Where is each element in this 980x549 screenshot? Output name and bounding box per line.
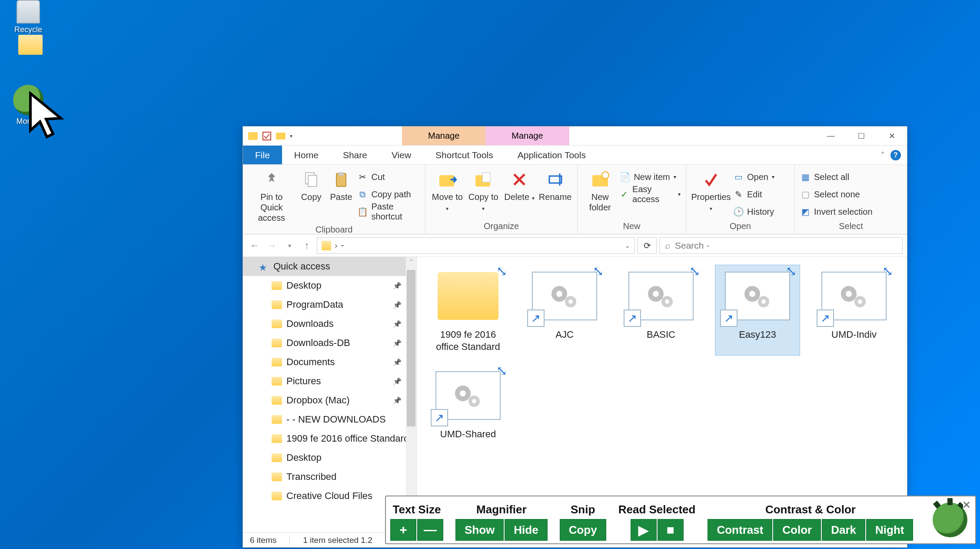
titlebar[interactable]: ▾ Manage Manage — ☐ ✕	[243, 126, 907, 146]
file-item[interactable]: ⤡↗UMD-Shared	[425, 364, 511, 443]
open-button[interactable]: ▭Open ▾	[733, 170, 774, 184]
file-label: AJC	[555, 329, 574, 341]
forward-button[interactable]: →	[265, 238, 279, 253]
paste-shortcut-button[interactable]: 📋Paste shortcut	[357, 205, 420, 219]
scrollbar-thumb[interactable]	[407, 270, 415, 426]
svg-point-24	[749, 291, 755, 297]
folder-icon	[272, 453, 282, 462]
folder-icon	[272, 358, 282, 366]
help-button[interactable]: ?	[890, 150, 901, 160]
desktop-folder-shortcut[interactable]	[17, 35, 43, 57]
qat-properties-icon[interactable]	[262, 131, 272, 141]
delete-icon	[510, 170, 529, 189]
pin-to-quick-access-button[interactable]: Pin to Quick access	[248, 167, 295, 223]
cut-button[interactable]: ✂Cut	[357, 170, 420, 184]
svg-rect-35	[947, 498, 953, 505]
color-button[interactable]: Color	[773, 519, 821, 541]
back-button[interactable]: ←	[247, 238, 262, 253]
search-box[interactable]: ⌕ Search -	[659, 237, 903, 254]
new-folder-button[interactable]: New folder	[583, 167, 617, 213]
read-stop-button[interactable]: ■	[658, 519, 684, 541]
collapse-ribbon-icon[interactable]: ˄	[881, 151, 884, 159]
dark-button[interactable]: Dark	[822, 519, 865, 541]
rename-button[interactable]: Rename	[538, 167, 572, 202]
tab-share[interactable]: Share	[331, 146, 379, 164]
search-placeholder: Search -	[675, 240, 709, 251]
select-all-button[interactable]: ▦Select all	[800, 170, 873, 184]
move-to-button[interactable]: Move to	[431, 167, 464, 213]
select-none-button[interactable]: ▢Select none	[800, 187, 873, 201]
navpane-quick-access[interactable]: ★ Quick access	[243, 257, 416, 276]
text-size-increase-button[interactable]: +	[390, 519, 416, 541]
magnifier-show-button[interactable]: Show	[455, 519, 504, 541]
navpane-item[interactable]: Desktop	[243, 276, 416, 295]
navpane-item[interactable]: 1909 fe 2016 office Standard	[243, 429, 416, 448]
navpane-item[interactable]: Pictures	[243, 372, 416, 391]
qat-dropdown-icon[interactable]: ▾	[290, 133, 292, 139]
context-tab-app-manage[interactable]: Manage	[485, 126, 569, 145]
file-item[interactable]: ⤡↗Easy123	[715, 265, 800, 356]
navpane-item[interactable]: Documents	[243, 353, 416, 372]
delete-button[interactable]: Delete	[503, 167, 536, 202]
copy-to-button[interactable]: Copy to	[467, 167, 500, 213]
text-size-decrease-button[interactable]: —	[417, 519, 443, 541]
tab-application-tools[interactable]: Application Tools	[505, 146, 598, 164]
history-button[interactable]: 🕑History	[733, 205, 774, 219]
properties-button[interactable]: Properties	[691, 167, 731, 213]
read-play-button[interactable]: ▶	[631, 519, 657, 541]
navpane-item[interactable]: Downloads	[243, 314, 416, 333]
easy-access-button[interactable]: ✓Easy access ▾	[620, 187, 681, 201]
desktop-morphic-shortcut[interactable]: Morphi	[9, 85, 48, 126]
file-menu[interactable]: File	[243, 146, 282, 164]
qat-folder-icon[interactable]	[276, 131, 286, 141]
file-item[interactable]: ⤡↗UMD-Indiv	[811, 265, 897, 356]
night-button[interactable]: Night	[866, 519, 913, 541]
navpane-item[interactable]: Desktop	[243, 448, 416, 467]
svg-rect-3	[276, 133, 286, 140]
maximize-button[interactable]: ☐	[846, 126, 877, 145]
scroll-up-icon[interactable]: ˄	[406, 257, 416, 267]
file-label: BASIC	[647, 329, 675, 341]
context-tab-shortcut-manage[interactable]: Manage	[402, 126, 485, 145]
edit-button[interactable]: ✎Edit	[733, 187, 774, 201]
navpane-item[interactable]: Downloads-DB	[243, 333, 416, 353]
chevron-down-icon	[532, 192, 535, 202]
file-item[interactable]: ⤡↗AJC	[522, 265, 607, 356]
breadcrumb[interactable]: -	[341, 240, 344, 250]
navpane-item[interactable]: Dropbox (Mac)	[243, 391, 416, 410]
recent-locations-button[interactable]: ▾	[282, 238, 297, 253]
address-bar[interactable]: › - ⌄	[317, 237, 635, 254]
file-item[interactable]: ⤡↗BASIC	[618, 265, 704, 356]
navigation-pane[interactable]: ★ Quick access DesktopProgramDataDownloa…	[243, 257, 417, 532]
file-list[interactable]: ⤡1909 fe 2016 office Standard⤡↗AJC⤡↗BASI…	[417, 257, 907, 532]
copy-button[interactable]: Copy	[298, 167, 325, 202]
address-dropdown-icon[interactable]: ⌄	[625, 242, 630, 249]
invert-selection-button[interactable]: ◩Invert selection	[800, 205, 873, 219]
navpane-item[interactable]: Transcribed	[243, 467, 416, 486]
shortcut-thumb: ⤡↗	[819, 268, 889, 324]
tab-view[interactable]: View	[379, 146, 423, 164]
refresh-button[interactable]: ⟳	[638, 237, 657, 254]
snip-copy-button[interactable]: Copy	[560, 519, 606, 541]
minimize-button[interactable]: —	[816, 126, 846, 145]
file-item[interactable]: ⤡1909 fe 2016 office Standard	[425, 265, 511, 356]
file-label: Easy123	[739, 329, 776, 341]
copy-to-icon	[474, 170, 493, 189]
new-item-button[interactable]: 📄New item ▾	[620, 170, 681, 184]
morphic-toolbar[interactable]: ✕ Text Size + — Magnifier Show Hide Snip…	[385, 496, 976, 544]
tab-home[interactable]: Home	[282, 146, 331, 164]
navpane-item[interactable]: - - NEW DOWNLOADS	[243, 410, 416, 429]
navpane-scrollbar[interactable]: ˄ ˅	[406, 257, 416, 532]
up-button[interactable]: ↑	[299, 238, 314, 253]
tab-shortcut-tools[interactable]: Shortcut Tools	[423, 146, 505, 164]
magnifier-hide-button[interactable]: Hide	[505, 519, 547, 541]
contrast-button[interactable]: Contrast	[708, 519, 772, 541]
svg-rect-36	[957, 502, 963, 509]
svg-rect-8	[439, 175, 454, 186]
close-button[interactable]: ✕	[877, 126, 907, 145]
paste-button[interactable]: Paste	[328, 167, 355, 202]
navpane-item[interactable]: ProgramData	[243, 295, 416, 314]
file-label: UMD-Shared	[440, 428, 496, 440]
copy-path-button[interactable]: ⧉Copy path	[357, 187, 420, 201]
svg-point-22	[665, 299, 669, 304]
